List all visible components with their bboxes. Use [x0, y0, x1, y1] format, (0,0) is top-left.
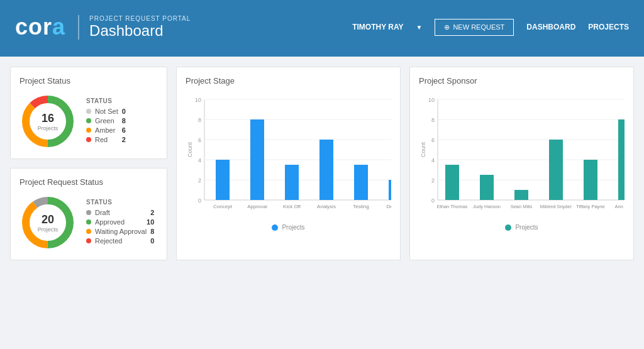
middle-column: Project Stage 10 8 6 4 2	[176, 67, 401, 260]
header: cora PROJECT REQUEST PORTAL Dashboard TI…	[0, 0, 644, 57]
bar-kickoff	[285, 165, 299, 200]
legend-item-approved: Approved 10	[86, 218, 154, 226]
logo-area: cora	[15, 14, 65, 40]
bar-ann	[618, 119, 625, 200]
svg-text:Ann Pena: Ann Pena	[615, 204, 625, 209]
header-title-area: PROJECT REQUEST PORTAL Dashboard	[78, 15, 191, 40]
legend-dot-not-set	[86, 109, 91, 114]
svg-text:Approval: Approval	[247, 204, 267, 209]
svg-text:Analysis: Analysis	[317, 204, 336, 209]
project-request-legend: STATUS Draft 2 Approved 10 Waiting Appro…	[86, 199, 154, 247]
header-left: cora PROJECT REQUEST PORTAL Dashboard	[15, 14, 191, 40]
stage-legend-label: Projects	[282, 224, 304, 231]
legend-dot-waiting	[86, 229, 91, 234]
bar-sean	[514, 190, 528, 200]
legend-item-green: Green 8	[86, 117, 126, 125]
project-status-donut-label: 16 Projects	[38, 112, 58, 131]
project-stage-chart: 10 8 6 4 2 0 Count Concept Approval	[186, 93, 391, 219]
svg-text:Judy Hanson: Judy Hanson	[473, 204, 501, 209]
stage-y-label: Count	[187, 142, 193, 158]
new-request-button[interactable]: ⊕ NEW REQUEST	[435, 19, 514, 36]
stage-legend-dot	[272, 224, 278, 231]
svg-text:10: 10	[195, 97, 201, 103]
legend-dot-red	[86, 137, 91, 142]
project-stage-card: Project Stage 10 8 6 4 2	[176, 67, 401, 260]
project-sponsor-svg: 10 8 6 4 2 0 Count Ethan Thomas Judy Han…	[419, 93, 625, 219]
legend-dot-approved	[86, 219, 91, 224]
nav-dashboard[interactable]: DASHBOARD	[526, 23, 575, 31]
svg-text:8: 8	[198, 117, 201, 123]
project-status-title: Project Status	[19, 76, 158, 86]
bar-mildred	[549, 140, 563, 200]
bar-concept	[216, 160, 230, 200]
project-stage-legend: Projects	[186, 224, 391, 231]
right-column: Project Sponsor 10 8 6 4	[409, 67, 634, 260]
plus-icon: ⊕	[444, 23, 450, 31]
legend-item-rejected: Rejected 0	[86, 237, 154, 245]
project-sponsor-title: Project Sponsor	[419, 76, 625, 86]
svg-text:Tiffany Payne: Tiffany Payne	[576, 204, 604, 209]
project-status-donut: 16 Projects	[19, 93, 76, 150]
chevron-down-icon: ▼	[416, 24, 423, 31]
project-status-card: Project Status 16 Projects	[10, 67, 167, 159]
nav-projects[interactable]: PROJECTS	[588, 23, 629, 31]
project-status-legend: STATUS Not Set 0 Green 8 Amber 6	[86, 97, 126, 145]
svg-text:8: 8	[431, 117, 435, 123]
left-column: Project Status 16 Projects	[10, 67, 167, 260]
svg-text:2: 2	[431, 177, 435, 184]
svg-text:Concept: Concept	[213, 204, 233, 209]
bar-approval	[250, 119, 264, 200]
project-request-donut: 20 Projects	[19, 194, 76, 251]
project-status-donut-section: 16 Projects STATUS Not Set 0 Green 8	[19, 93, 158, 150]
page-title: Dashboard	[89, 22, 191, 40]
svg-text:Count: Count	[420, 142, 426, 158]
svg-text:0: 0	[198, 197, 201, 204]
legend-item-red: Red 2	[86, 136, 126, 143]
svg-text:Testing: Testing	[353, 204, 369, 209]
logo: cora	[15, 14, 65, 40]
svg-text:Kick Off: Kick Off	[283, 204, 301, 209]
bar-judy	[480, 175, 494, 200]
project-request-donut-label: 20 Projects	[38, 213, 58, 233]
sponsor-legend-label: Projects	[515, 224, 538, 231]
project-request-status-card: Project Request Status 20 Projects	[10, 168, 167, 260]
main-content: Project Status 16 Projects	[0, 57, 644, 270]
project-sponsor-legend: Projects	[419, 224, 625, 231]
svg-text:Ethan Thomas: Ethan Thomas	[437, 204, 468, 209]
header-right: TIMOTHY RAY ▼ ⊕ NEW REQUEST DASHBOARD PR…	[352, 19, 629, 36]
svg-text:2: 2	[198, 177, 201, 184]
bar-analysis	[319, 140, 333, 200]
legend-item-amber: Amber 6	[86, 126, 126, 134]
legend-item-waiting: Waiting Approval 8	[86, 228, 154, 235]
svg-text:4: 4	[198, 157, 201, 163]
legend-dot-green	[86, 118, 91, 123]
svg-text:4: 4	[431, 157, 435, 163]
legend-dot-draft	[86, 210, 91, 215]
user-name: TIMOTHY RAY	[352, 23, 403, 31]
legend-dot-rejected	[86, 238, 91, 243]
project-request-donut-section: 20 Projects STATUS Draft 2 Approved 10	[19, 194, 158, 251]
project-stage-svg: 10 8 6 4 2 0 Count Concept Approval	[186, 93, 391, 219]
bar-tiffany	[584, 160, 597, 200]
project-sponsor-card: Project Sponsor 10 8 6 4	[409, 67, 634, 260]
sponsor-legend-dot	[505, 224, 511, 231]
svg-text:0: 0	[431, 197, 435, 204]
legend-item-draft: Draft 2	[86, 209, 154, 216]
legend-dot-amber	[86, 128, 91, 133]
svg-text:Delivery: Delivery	[387, 204, 391, 209]
bar-testing	[354, 165, 368, 200]
svg-text:Mildred Snyder: Mildred Snyder	[540, 204, 572, 209]
svg-text:6: 6	[198, 137, 201, 143]
header-subtitle: PROJECT REQUEST PORTAL	[89, 15, 191, 22]
project-stage-title: Project Stage	[186, 76, 391, 86]
svg-text:6: 6	[431, 137, 435, 143]
legend-item-not-set: Not Set 0	[86, 108, 126, 115]
project-sponsor-chart: 10 8 6 4 2 0 Count Ethan Thomas Judy Han…	[419, 93, 625, 219]
bar-ethan	[445, 165, 459, 200]
bar-delivery	[389, 180, 391, 200]
project-request-status-title: Project Request Status	[19, 177, 158, 187]
svg-text:Sean Mills: Sean Mills	[511, 204, 533, 209]
svg-text:10: 10	[428, 97, 435, 103]
